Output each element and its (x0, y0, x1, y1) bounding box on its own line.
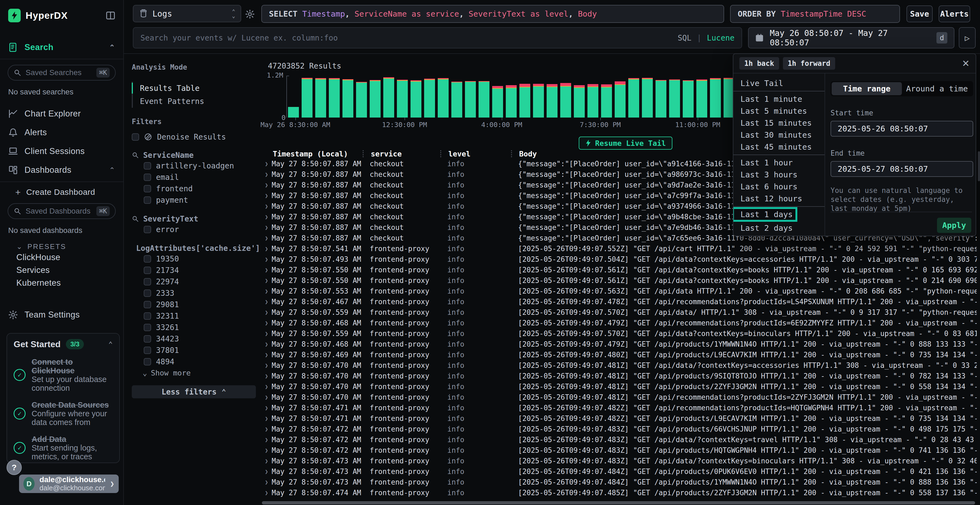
table-row[interactable]: ❯May 27 8:50:07.473 AMfrontend-proxyinfo… (261, 477, 977, 487)
filter-option[interactable]: email (132, 172, 256, 183)
quick-range-last-5-minutes[interactable]: Last 5 minutes (733, 105, 824, 117)
checkbox[interactable] (144, 162, 151, 170)
column-header-service[interactable]: service (370, 150, 447, 158)
expand-row-icon[interactable]: ❯ (261, 235, 272, 241)
expand-row-icon[interactable]: ❯ (261, 341, 272, 348)
shift-1h-forward-button[interactable]: 1h forward (783, 57, 835, 70)
table-row[interactable]: ❯May 27 8:50:07.472 AMfrontend-proxyinfo… (261, 445, 977, 456)
sql-query-input[interactable]: SELECT Timestamp, ServiceName as service… (261, 5, 724, 23)
expand-row-icon[interactable]: ❯ (261, 299, 272, 305)
filter-option[interactable]: 21734 (132, 264, 256, 276)
quick-range-last-1-hour[interactable]: Last 1 hour (733, 157, 824, 169)
tab-around-a-time[interactable]: Around a time (902, 82, 972, 95)
source-select[interactable]: Logs ⌃⌄ (133, 5, 241, 22)
quick-range-last-3-hours[interactable]: Last 3 hours (733, 169, 824, 181)
filter-option[interactable]: 32311 (132, 310, 256, 322)
get-started-header[interactable]: Get Started 3/3 ⌃ (14, 339, 113, 349)
table-row[interactable]: ❯May 27 8:50:07.471 AMfrontend-proxyinfo… (261, 413, 977, 424)
checkbox[interactable] (144, 347, 151, 354)
table-row[interactable]: ❯May 27 8:50:07.550 AMfrontend-proxyinfo… (261, 264, 977, 275)
expand-row-icon[interactable]: ❯ (261, 214, 272, 220)
language-sql-option[interactable]: SQL (678, 33, 692, 43)
checkbox[interactable] (144, 301, 151, 308)
table-row[interactable]: ❯May 27 8:50:07.559 AMfrontend-proxyinfo… (261, 328, 977, 339)
table-row[interactable]: ❯May 27 8:50:07.473 AMfrontend-proxyinfo… (261, 456, 977, 466)
expand-row-icon[interactable]: ❯ (261, 458, 272, 464)
checkbox[interactable] (144, 358, 151, 365)
table-row[interactable]: ❯May 27 8:50:07.469 AMfrontend-proxyinfo… (261, 349, 977, 360)
checkbox[interactable] (132, 133, 139, 141)
column-resize-handle[interactable] (363, 150, 364, 157)
language-lucene-option[interactable]: Lucene (707, 33, 735, 43)
user-menu[interactable]: D dale@clickhouse.com dale@clickhouse.co… (19, 475, 119, 493)
quick-range-last-2-days[interactable]: Last 2 days (733, 222, 824, 234)
table-row[interactable]: ❯May 27 8:50:07.468 AMfrontend-proxyinfo… (261, 339, 977, 349)
table-row[interactable]: ❯May 27 8:50:07.467 AMfrontend-proxyinfo… (261, 296, 977, 307)
checkbox[interactable] (144, 173, 151, 181)
create-dashboard-button[interactable]: + Create Dashboard (0, 186, 123, 198)
checkbox[interactable] (144, 226, 151, 233)
table-row[interactable]: ❯May 27 8:50:07.468 AMfrontend-proxyinfo… (261, 318, 977, 328)
search-icon[interactable] (132, 152, 139, 159)
column-header-level[interactable]: level (447, 150, 518, 158)
analysis-mode-results-table[interactable]: Results Table (133, 82, 256, 95)
column-header-timestamp[interactable]: Timestamp (Local) (272, 150, 370, 158)
checkbox[interactable] (144, 289, 151, 297)
less-filters-button[interactable]: Less filters ⌃ (132, 385, 256, 399)
expand-row-icon[interactable]: ❯ (261, 277, 272, 284)
filter-option[interactable]: 2333 (132, 287, 256, 299)
table-row[interactable]: ❯May 27 8:50:07.472 AMfrontend-proxyinfo… (261, 424, 977, 434)
get-started-item[interactable]: ✓Add DataStart sending logs, metrics, or… (14, 435, 113, 461)
get-started-item[interactable]: ✓Connect to ClickHouseSet up your databa… (14, 357, 113, 392)
vertical-scrollbar[interactable] (978, 151, 980, 181)
table-row[interactable]: ❯May 27 8:50:07.493 AMfrontend-proxyinfo… (261, 254, 977, 264)
column-resize-handle[interactable] (511, 150, 512, 157)
filter-option[interactable]: 4894 (132, 356, 256, 367)
expand-row-icon[interactable]: ❯ (261, 267, 272, 273)
table-row[interactable]: ❯May 27 8:50:07.470 AMfrontend-proxyinfo… (261, 371, 977, 381)
date-range-input[interactable]: May 26 08:50:07 - May 27 08:50:07 d (748, 27, 955, 48)
table-row[interactable]: ❯May 27 8:50:07.550 AMfrontend-proxyinfo… (261, 275, 977, 286)
expand-row-icon[interactable]: ❯ (261, 182, 272, 188)
saved-dashboards-input[interactable]: Saved Dashboards ⌘K (8, 203, 116, 219)
shift-1h-back-button[interactable]: 1h back (739, 57, 779, 70)
expand-row-icon[interactable]: ❯ (261, 192, 272, 199)
table-row[interactable]: ❯May 27 8:50:07.553 AMfrontend-proxyinfo… (261, 286, 977, 296)
preset-services[interactable]: Services (0, 264, 123, 276)
expand-row-icon[interactable]: ❯ (261, 256, 272, 262)
apply-button[interactable]: Apply (937, 218, 971, 233)
filter-option[interactable]: 29081 (132, 299, 256, 310)
checkbox[interactable] (144, 197, 151, 204)
expand-row-icon[interactable]: ❯ (261, 426, 272, 432)
order-by-input[interactable]: ORDER BY TimestampTime DESC (730, 5, 900, 23)
expand-row-icon[interactable]: ❯ (261, 468, 272, 475)
table-row[interactable]: ❯May 27 8:50:07.470 AMfrontend-proxyinfo… (261, 381, 977, 392)
expand-row-icon[interactable]: ❯ (261, 171, 272, 178)
quick-range-last-15-minutes[interactable]: Last 15 minutes (733, 117, 824, 129)
checkbox[interactable] (144, 267, 151, 274)
preset-clickhouse[interactable]: ClickHouse (0, 251, 123, 264)
checkbox[interactable] (144, 278, 151, 286)
sidebar-item-alerts[interactable]: Alerts (0, 125, 123, 140)
table-row[interactable]: ❯May 27 8:50:07.470 AMfrontend-proxyinfo… (261, 392, 977, 402)
table-row[interactable]: ❯May 27 8:50:07.471 AMfrontend-proxyinfo… (261, 402, 977, 413)
denoise-results-filter[interactable]: Denoise Results (132, 132, 256, 142)
resume-live-tail-button[interactable]: Resume Live Tail (579, 137, 672, 150)
search-icon[interactable] (132, 215, 139, 222)
show-more-button[interactable]: ⌄Show more (132, 367, 256, 378)
checkbox[interactable] (144, 185, 151, 192)
filter-option[interactable]: 34423 (132, 333, 256, 345)
filter-option[interactable]: payment (132, 194, 256, 206)
expand-row-icon[interactable]: ❯ (261, 479, 272, 485)
table-row[interactable]: ❯May 27 8:50:07.559 AMfrontend-proxyinfo… (261, 307, 977, 318)
expand-row-icon[interactable]: ❯ (261, 447, 272, 454)
event-search-input[interactable]: Search your events w/ Lucene ex. column:… (133, 27, 742, 48)
start-time-input[interactable]: 2025-05-26 08:50:07 (830, 121, 973, 137)
expand-row-icon[interactable]: ❯ (261, 415, 272, 422)
expand-row-icon[interactable]: ❯ (261, 437, 272, 443)
column-resize-handle[interactable] (440, 150, 441, 157)
expand-row-icon[interactable]: ❯ (261, 383, 272, 390)
end-time-input[interactable]: 2025-05-27 08:50:07 (830, 161, 973, 177)
expand-row-icon[interactable]: ❯ (261, 405, 272, 411)
expand-row-icon[interactable]: ❯ (261, 203, 272, 210)
